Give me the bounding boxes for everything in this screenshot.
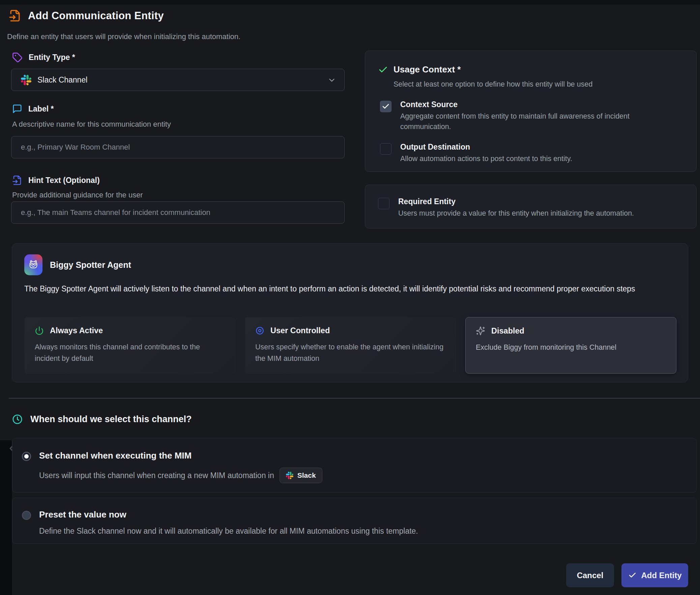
agent-mode-options: Always Active Always monitors this chann… [24,317,676,374]
mode-title: User Controlled [270,326,330,335]
mode-title: Always Active [50,326,103,335]
label-field-label: Label * [12,104,54,114]
context-source-label: Context Source [400,100,650,109]
circle-dot-icon [255,326,264,335]
page-title: Add Communication Entity [28,10,164,22]
mode-title: Disabled [491,327,524,336]
dialog-top-edge [0,0,700,4]
entity-type-value: Slack Channel [37,76,87,85]
label-input[interactable] [21,143,335,151]
clock-icon [12,414,23,425]
option-title: Set channel when executing the MIM [39,450,322,461]
output-destination-checkbox[interactable] [380,143,392,154]
chevron-down-icon [327,76,336,85]
file-input-icon [9,9,21,22]
agent-title: Biggy Spotter Agent [50,260,131,270]
required-entity-description: Users must provide a value for this enti… [398,208,634,219]
required-entity-option[interactable]: Required Entity Users must provide a val… [378,197,683,219]
entity-type-select[interactable]: Slack Channel [11,69,345,91]
preset-value-radio[interactable] [22,511,31,520]
output-destination-description: Allow automation actions to post content… [400,153,572,164]
usage-context-panel: Usage Context * Select at least one opti… [365,51,697,172]
add-entity-button[interactable]: Add Entity [621,563,688,587]
slack-icon [286,472,293,479]
mode-card-always-active[interactable]: Always Active Always monitors this chann… [24,317,235,374]
slack-badge-label: Slack [297,471,316,479]
context-source-option[interactable]: Context Source Aggregate content from th… [380,100,683,132]
option-preset-value-now[interactable]: Preset the value now Define the Slack ch… [12,498,697,544]
cancel-button[interactable]: Cancel [566,563,614,587]
output-destination-label: Output Destination [400,143,572,151]
add-communication-entity-dialog: Add Communication Entity Define an entit… [0,0,700,595]
check-icon [378,65,388,75]
biggy-spotter-agent-panel: Biggy Spotter Agent The Biggy Spotter Ag… [12,243,688,382]
section-divider [9,398,700,399]
mode-card-user-controlled[interactable]: User Controlled Users specify whether to… [245,317,456,374]
agent-description: The Biggy Spotter Agent will actively li… [24,282,678,296]
slack-badge: Slack [279,468,322,483]
output-destination-option[interactable]: Output Destination Allow automation acti… [380,143,683,164]
mode-description: Exclude Biggy from monitoring this Chann… [476,342,666,353]
biggy-robot-icon [24,254,43,275]
hint-input[interactable] [21,208,335,217]
hint-input-wrap [11,201,345,224]
mode-card-disabled[interactable]: Disabled Exclude Biggy from monitoring t… [465,317,676,374]
context-source-description: Aggregate content from this entity to ma… [400,111,650,132]
slack-icon [21,75,31,85]
page-subtitle: Define an entity that users will provide… [7,32,240,41]
label-input-wrap [11,136,345,158]
sparkles-icon [476,326,485,336]
power-icon [35,326,44,335]
usage-context-title: Usage Context * [394,64,461,75]
usage-context-header: Usage Context * [378,64,683,75]
file-input-icon [12,175,22,185]
label-field-help: A descriptive name for this communicatio… [12,120,171,129]
set-channel-radio[interactable] [22,452,31,461]
required-entity-label: Required Entity [398,197,634,206]
option-description: Define the Slack channel now and it will… [39,527,418,536]
message-square-icon [12,104,22,114]
channel-selection-header: When should we select this channel? [12,414,192,425]
hint-field-label: Hint Text (Optional) [12,175,100,185]
agent-header: Biggy Spotter Agent [24,254,131,275]
option-set-channel-on-execute[interactable]: Set channel when executing the MIM Users… [12,438,697,492]
dialog-header: Add Communication Entity [9,9,164,22]
required-entity-panel: Required Entity Users must provide a val… [365,185,697,228]
channel-selection-title: When should we select this channel? [30,414,192,425]
required-entity-checkbox[interactable] [378,198,389,209]
option-description: Users will input this channel when creat… [39,471,274,480]
mode-description: Always monitors this channel and contrib… [35,341,225,365]
mode-description: Users specify whether to enable the agen… [255,341,446,365]
hint-field-help: Provide additional guidance for the user [12,191,143,199]
entity-type-label: Entity Type * [12,52,75,63]
tag-icon [12,52,23,63]
context-source-checkbox[interactable] [380,101,392,112]
usage-context-subtitle: Select at least one option to define how… [394,80,683,89]
option-title: Preset the value now [39,509,418,520]
background-gutter [0,441,12,595]
check-icon [628,571,637,579]
